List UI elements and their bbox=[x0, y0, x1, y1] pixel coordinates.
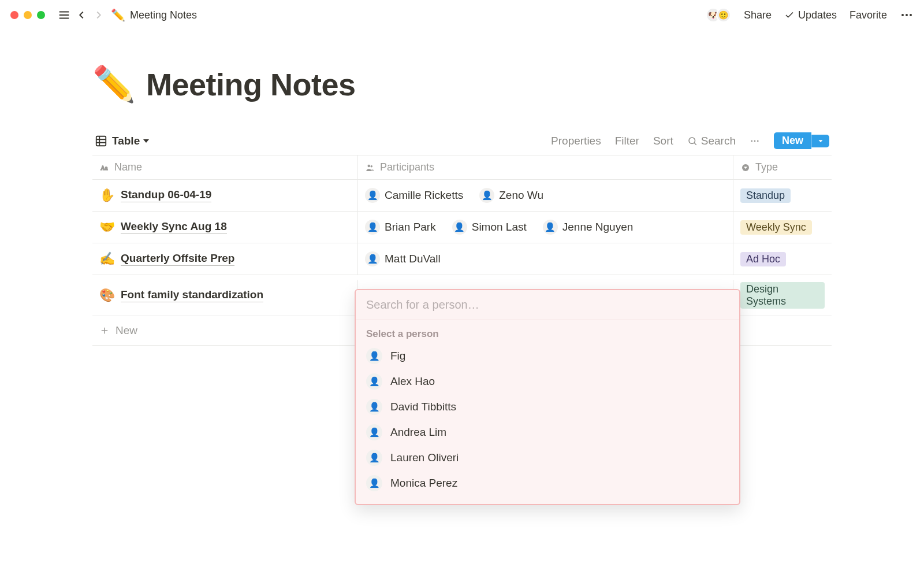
participant-chip[interactable]: 👤Simon Last bbox=[452, 220, 527, 235]
view-switcher[interactable]: Table bbox=[95, 135, 149, 147]
breadcrumb-title: Meeting Notes bbox=[130, 9, 197, 21]
participant-chip[interactable]: 👤Zeno Wu bbox=[479, 188, 543, 203]
window-zoom[interactable] bbox=[37, 11, 45, 19]
cell-type[interactable]: Weekly Sync bbox=[733, 212, 832, 243]
row-emoji-icon: ✍️ bbox=[99, 251, 115, 266]
person-picker-section-label: Select a person bbox=[356, 320, 739, 343]
cell-type[interactable]: Standup bbox=[733, 180, 832, 211]
person-option[interactable]: 👤Monica Perez bbox=[356, 470, 739, 496]
page-icon[interactable]: ✏️ bbox=[92, 64, 136, 105]
nav-forward-icon bbox=[90, 6, 107, 24]
person-option-name: Lauren Oliveri bbox=[390, 451, 459, 464]
column-participants-label: Participants bbox=[380, 161, 434, 173]
row-emoji-icon: ✋ bbox=[99, 188, 115, 203]
cell-name[interactable]: 🤝Weekly Sync Aug 18 bbox=[92, 212, 358, 243]
window-minimize[interactable] bbox=[24, 11, 32, 19]
filter-button[interactable]: Filter bbox=[615, 135, 639, 147]
cell-participants[interactable]: 👤Brian Park👤Simon Last👤Jenne Nguyen bbox=[358, 212, 733, 243]
row-title[interactable]: Standup 06-04-19 bbox=[121, 188, 211, 202]
database-viewbar: Table Properties Filter Sort Search New bbox=[92, 132, 832, 155]
participant-chip[interactable]: 👤Jenne Nguyen bbox=[543, 220, 634, 235]
column-name-label: Name bbox=[114, 161, 142, 173]
person-option-name: Alex Hao bbox=[390, 375, 435, 388]
avatar-icon: 👤 bbox=[452, 220, 467, 235]
cell-name[interactable]: ✍️Quarterly Offsite Prep bbox=[92, 243, 358, 275]
avatar-icon: 👤 bbox=[365, 251, 380, 266]
properties-button[interactable]: Properties bbox=[551, 135, 601, 147]
cell-participants[interactable]: 👤Camille Ricketts👤Zeno Wu bbox=[358, 180, 733, 211]
svg-rect-6 bbox=[96, 136, 106, 146]
avatar-icon: 👤 bbox=[479, 188, 494, 203]
person-search-input[interactable]: Search for a person… bbox=[356, 290, 739, 320]
search-label: Search bbox=[701, 135, 736, 147]
column-participants[interactable]: Participants bbox=[358, 155, 733, 179]
new-button[interactable]: New bbox=[774, 132, 829, 149]
avatar-icon: 👤 bbox=[366, 475, 382, 491]
updates-label: Updates bbox=[798, 9, 837, 21]
svg-point-5 bbox=[910, 14, 912, 16]
view-more-icon[interactable] bbox=[750, 136, 760, 146]
search-button[interactable]: Search bbox=[687, 135, 736, 147]
person-option-name: Andrea Lim bbox=[390, 426, 446, 439]
favorite-button[interactable]: Favorite bbox=[850, 9, 887, 21]
cell-participants[interactable]: 👤Matt DuVall bbox=[358, 243, 733, 275]
column-name[interactable]: Aa Name bbox=[92, 155, 358, 179]
page-title-row: ✏️ Meeting Notes bbox=[92, 64, 832, 105]
share-button[interactable]: Share bbox=[744, 9, 772, 21]
svg-point-18 bbox=[370, 165, 372, 167]
participant-chip[interactable]: 👤Brian Park bbox=[365, 220, 436, 235]
row-title[interactable]: Font family standardization bbox=[121, 288, 263, 302]
person-option[interactable]: 👤Andrea Lim bbox=[356, 420, 739, 445]
cell-type[interactable]: Ad Hoc bbox=[733, 243, 832, 275]
type-tag: Design Systems bbox=[740, 282, 825, 309]
cell-name[interactable]: 🎨Font family standardization bbox=[92, 280, 358, 311]
avatar-icon: 👤 bbox=[365, 188, 380, 203]
column-type[interactable]: Type bbox=[733, 155, 832, 179]
presence-avatars[interactable]: 🐶🙂 bbox=[710, 8, 731, 23]
window-close[interactable] bbox=[10, 11, 18, 19]
avatar-icon: 👤 bbox=[366, 399, 382, 415]
new-button-dropdown[interactable] bbox=[811, 135, 829, 147]
participant-name: Camille Ricketts bbox=[385, 189, 463, 202]
nav-back-icon[interactable] bbox=[73, 6, 90, 24]
row-title[interactable]: Quarterly Offsite Prep bbox=[121, 252, 234, 266]
svg-text:Aa: Aa bbox=[100, 164, 108, 171]
person-option-name: David Tibbitts bbox=[390, 401, 456, 413]
svg-point-14 bbox=[757, 140, 759, 142]
table-row[interactable]: ✋Standup 06-04-19👤Camille Ricketts👤Zeno … bbox=[92, 180, 832, 212]
avatar-icon: 👤 bbox=[366, 450, 382, 466]
breadcrumb[interactable]: ✏️ Meeting Notes bbox=[111, 8, 197, 22]
svg-point-4 bbox=[906, 14, 908, 16]
row-title[interactable]: Weekly Sync Aug 18 bbox=[121, 220, 227, 234]
avatar-icon: 👤 bbox=[366, 373, 382, 390]
add-row-label: New bbox=[116, 324, 137, 337]
cell-name[interactable]: ✋Standup 06-04-19 bbox=[92, 180, 358, 211]
hamburger-icon[interactable] bbox=[55, 6, 73, 24]
sort-button[interactable]: Sort bbox=[653, 135, 673, 147]
avatar-icon: 👤 bbox=[543, 220, 558, 235]
svg-point-17 bbox=[368, 164, 371, 167]
type-tag: Weekly Sync bbox=[740, 220, 812, 235]
more-menu-icon[interactable] bbox=[900, 8, 914, 22]
participant-name: Jenne Nguyen bbox=[562, 221, 634, 234]
page-title[interactable]: Meeting Notes bbox=[146, 66, 356, 102]
person-picker-popover: Search for a person… Select a person 👤Fi… bbox=[355, 289, 740, 505]
person-option[interactable]: 👤Lauren Oliveri bbox=[356, 445, 739, 470]
person-option[interactable]: 👤Alex Hao bbox=[356, 369, 739, 394]
table-row[interactable]: 🤝Weekly Sync Aug 18👤Brian Park👤Simon Las… bbox=[92, 212, 832, 243]
participant-chip[interactable]: 👤Camille Ricketts bbox=[365, 188, 463, 203]
participant-chip[interactable]: 👤Matt DuVall bbox=[365, 251, 441, 266]
table-header: Aa Name Participants Type bbox=[92, 155, 832, 180]
traffic-lights bbox=[10, 11, 45, 19]
person-option[interactable]: 👤Fig bbox=[356, 343, 739, 369]
participant-name: Matt DuVall bbox=[385, 253, 441, 265]
svg-point-10 bbox=[689, 138, 695, 144]
window-topbar: ✏️ Meeting Notes 🐶🙂 Share Updates Favori… bbox=[0, 0, 924, 30]
person-option-name: Fig bbox=[390, 350, 405, 362]
table-row[interactable]: ✍️Quarterly Offsite Prep👤Matt DuVallAd H… bbox=[92, 243, 832, 275]
row-emoji-icon: 🤝 bbox=[99, 220, 115, 235]
person-option[interactable]: 👤David Tibbitts bbox=[356, 394, 739, 420]
cell-type[interactable]: Design Systems bbox=[733, 275, 832, 316]
breadcrumb-icon: ✏️ bbox=[111, 8, 125, 22]
updates-button[interactable]: Updates bbox=[784, 9, 837, 21]
